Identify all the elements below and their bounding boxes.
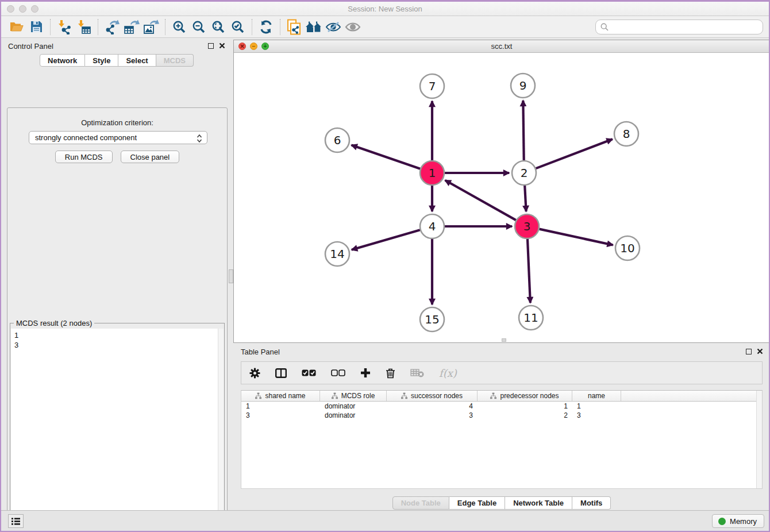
- column-header-successor-nodes[interactable]: successor nodes: [387, 391, 478, 401]
- mcds-panel: Optimization criterion: strongly connect…: [7, 107, 228, 532]
- first-neighbors-button[interactable]: [304, 18, 324, 36]
- network-canvas[interactable]: 1234678910111415: [234, 53, 769, 342]
- delete-columns-button[interactable]: [386, 368, 395, 379]
- table-cell[interactable]: 2: [478, 411, 572, 420]
- optimization-criterion-value: strongly connected component: [35, 133, 137, 142]
- optimization-criterion-select[interactable]: strongly connected component: [29, 131, 207, 144]
- table-cell[interactable]: 1: [572, 402, 621, 411]
- table-row[interactable]: 1dominator411: [241, 402, 762, 411]
- create-column-button[interactable]: [360, 368, 371, 378]
- combo-stepper-icon: [197, 134, 202, 143]
- open-session-button[interactable]: [7, 18, 26, 36]
- table-tab-network-table[interactable]: Network Table: [505, 496, 572, 510]
- export-table-button[interactable]: [122, 18, 141, 36]
- graph-edge-3-1[interactable]: [445, 180, 516, 220]
- control-tab-network[interactable]: Network: [40, 54, 85, 67]
- close-panel-icon[interactable]: [219, 43, 225, 49]
- panel-splitter-handle[interactable]: [229, 269, 233, 283]
- graph-edge-2-9[interactable]: [523, 101, 523, 160]
- column-header-predecessor-nodes[interactable]: predecessor nodes: [478, 391, 572, 401]
- save-floppy-icon: [30, 21, 43, 33]
- zoom-in-button[interactable]: [170, 18, 189, 36]
- table-settings-button[interactable]: [249, 368, 260, 379]
- column-header-name[interactable]: name: [572, 391, 621, 401]
- control-tab-mcds[interactable]: MCDS: [156, 54, 194, 67]
- run-mcds-button[interactable]: Run MCDS: [55, 151, 113, 163]
- export-image-button[interactable]: [141, 18, 161, 36]
- float-table-panel-icon[interactable]: [746, 349, 752, 354]
- task-history-button[interactable]: [8, 514, 24, 528]
- graph-edge-1-6[interactable]: [352, 145, 421, 168]
- control-panel-title: Control Panel: [8, 42, 53, 51]
- toolbar-separator: [50, 19, 51, 35]
- network-resize-grip[interactable]: [502, 338, 506, 342]
- import-table-icon: [76, 20, 91, 34]
- table-scrollbar[interactable]: [756, 391, 762, 488]
- control-tab-style[interactable]: Style: [85, 54, 118, 67]
- float-panel-icon[interactable]: [208, 43, 214, 49]
- toolbar-separator: [165, 19, 165, 35]
- table-cell[interactable]: 1: [478, 402, 572, 411]
- graph-node-label-4: 4: [429, 219, 436, 233]
- table-cell[interactable]: 3: [572, 411, 621, 420]
- memory-button[interactable]: Memory: [712, 514, 764, 528]
- function-builder-button[interactable]: f(x): [439, 367, 457, 379]
- toolbar-separator: [280, 19, 280, 35]
- graph-edge-3-10[interactable]: [539, 229, 613, 245]
- optimization-criterion-label: Optimization criterion:: [7, 118, 227, 127]
- zoom-fit-button[interactable]: [209, 18, 228, 36]
- column-header-shared-name[interactable]: shared name: [241, 391, 320, 401]
- graph-edge-4-14[interactable]: [352, 230, 420, 250]
- import-network-button[interactable]: [55, 18, 74, 36]
- network-window-title: scc.txt: [234, 42, 769, 51]
- eye-slash-icon: [325, 21, 341, 33]
- search-input[interactable]: [595, 20, 763, 34]
- hide-selected-button[interactable]: [324, 18, 343, 36]
- column-header-label: shared name: [265, 392, 305, 400]
- shared-column-icon: [401, 392, 407, 399]
- shared-column-icon: [255, 392, 261, 399]
- table-cell[interactable]: 3: [387, 411, 478, 420]
- mcds-result-textarea[interactable]: 13: [11, 329, 224, 532]
- graph-edge-2-3[interactable]: [525, 186, 526, 211]
- export-image-icon: [143, 20, 159, 34]
- select-all-button[interactable]: [302, 369, 316, 376]
- import-table-button[interactable]: [74, 18, 94, 36]
- trash-icon: [386, 368, 395, 379]
- zoom-selected-icon: [231, 20, 245, 34]
- table-row[interactable]: 3dominator323: [241, 411, 762, 420]
- table-body: 1dominator4113dominator323: [241, 402, 762, 420]
- table-cell[interactable]: dominator: [320, 411, 387, 420]
- mcds-result-title: MCDS result (2 nodes): [14, 319, 94, 327]
- zoom-selected-button[interactable]: [228, 18, 248, 36]
- delete-table-button[interactable]: [410, 368, 424, 377]
- save-session-button[interactable]: [26, 18, 46, 36]
- control-panel-tabs: NetworkStyleSelectMCDS: [2, 54, 231, 67]
- checked-boxes-icon: [302, 369, 316, 376]
- control-panel: Control Panel NetworkStyleSelectMCDS Opt…: [2, 39, 231, 510]
- zoom-out-button[interactable]: [189, 18, 209, 36]
- result-scrollbar[interactable]: [218, 329, 224, 532]
- show-all-button[interactable]: [343, 18, 363, 36]
- graph-edge-3-11[interactable]: [528, 239, 530, 303]
- table-cell[interactable]: 3: [241, 411, 320, 420]
- column-header-label: successor nodes: [411, 392, 463, 400]
- table-cell[interactable]: 4: [387, 402, 478, 411]
- table-cell[interactable]: dominator: [320, 402, 387, 411]
- close-panel-button[interactable]: Close panel: [121, 151, 180, 163]
- duplicate-network-button[interactable]: [284, 18, 304, 36]
- show-columns-button[interactable]: [275, 368, 287, 378]
- close-table-panel-icon[interactable]: [757, 348, 763, 354]
- export-network-button[interactable]: [102, 18, 122, 36]
- graph-edge-2-8[interactable]: [536, 139, 613, 168]
- graph-node-label-10: 10: [620, 241, 634, 255]
- table-cell[interactable]: 1: [241, 402, 320, 411]
- table-tab-edge-table[interactable]: Edge Table: [449, 496, 505, 510]
- table-tab-node-table[interactable]: Node Table: [392, 496, 449, 510]
- gear-icon: [249, 368, 260, 379]
- control-tab-select[interactable]: Select: [118, 54, 156, 67]
- table-tab-motifs[interactable]: Motifs: [572, 496, 611, 510]
- deselect-all-button[interactable]: [331, 369, 345, 376]
- apply-layout-button[interactable]: [256, 18, 276, 36]
- column-header-MCDS-role[interactable]: MCDS role: [320, 391, 387, 401]
